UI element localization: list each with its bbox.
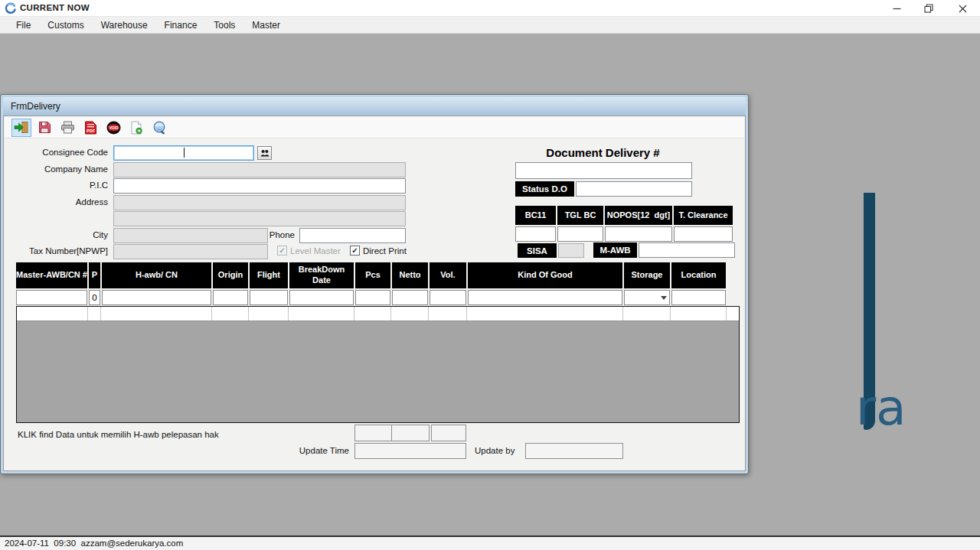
entry-p-input[interactable] [89, 290, 100, 305]
exit-icon [14, 121, 29, 134]
menu-tools[interactable]: Tools [205, 18, 243, 33]
entry-netto-input[interactable] [392, 290, 428, 305]
menu-master[interactable]: Master [243, 18, 289, 33]
tglbc-header: TGL BC [557, 206, 603, 225]
level-master-checkbox: Level Master [277, 246, 341, 255]
checkbox-checked-icon [277, 246, 287, 255]
entry-master-awb-input[interactable] [16, 290, 87, 305]
bc11-input[interactable] [515, 226, 556, 242]
background-logo-text: ra [856, 379, 906, 436]
consignee-code-label: Consignee Code [4, 148, 108, 157]
address-label: Address [4, 197, 108, 207]
col-breakdown-date: BreakDown Date [289, 262, 354, 288]
col-storage: Storage [624, 262, 670, 288]
entry-hawb-input[interactable] [102, 290, 211, 305]
svg-text:VOID: VOID [109, 126, 118, 130]
pic-label: P.I.C [4, 181, 108, 190]
checkbox-checked-icon [350, 246, 360, 255]
entry-vol-input[interactable] [430, 290, 466, 305]
nopos-input[interactable] [605, 226, 672, 242]
mdi-background: ra FrmDelivery PDF VOID [0, 34, 980, 535]
menu-customs[interactable]: Customs [39, 18, 92, 33]
restore-button[interactable] [916, 0, 942, 17]
sisa-label: SISA [518, 243, 557, 258]
svg-text:PDF: PDF [87, 129, 96, 133]
update-time-input [354, 443, 466, 459]
minimize-button[interactable] [884, 0, 910, 17]
direct-print-checkbox[interactable]: Direct Print [350, 246, 407, 255]
frmdelivery-window: FrmDelivery PDF VOID [0, 94, 749, 474]
status-do-label: Status D.O [515, 181, 574, 197]
pic-input[interactable] [113, 178, 406, 194]
entry-location-input[interactable] [671, 290, 726, 305]
save-button[interactable] [34, 119, 54, 137]
entry-flight-input[interactable] [250, 290, 288, 305]
pdf-icon: PDF [84, 121, 97, 135]
app-titlebar: CURRENT NOW [0, 0, 980, 17]
entry-kind-input[interactable] [468, 290, 622, 305]
level-master-label: Level Master [290, 246, 341, 255]
company-name-label: Company Name [4, 164, 108, 174]
tclearance-input[interactable] [674, 226, 733, 242]
find-consignee-button[interactable] [257, 146, 272, 160]
col-master-awb: Master-AWB/CN # [16, 262, 87, 288]
mawb-label: M-AWB [593, 242, 637, 258]
summary-cells [354, 425, 430, 441]
grid-header-row: Master-AWB/CN # P H-awb/ CN Origin Fligh… [16, 262, 726, 288]
col-hawb: H-awb/ CN [102, 262, 211, 288]
phone-input[interactable] [299, 228, 406, 243]
status-bar: 2024-07-11 09:30 azzam@sederukarya.com [0, 535, 980, 550]
save-icon [38, 121, 51, 134]
document-delivery-number-input[interactable] [515, 162, 692, 179]
entry-breakdown-input[interactable] [289, 290, 354, 305]
phone-label: Phone [256, 230, 295, 239]
sisa-input [558, 243, 584, 258]
app-title: CURRENT NOW [20, 3, 90, 12]
void-icon: VOID [106, 121, 121, 135]
exit-button[interactable] [11, 119, 31, 137]
search-icon [152, 121, 167, 135]
summary-cell [392, 425, 430, 441]
mawb-input[interactable] [639, 242, 735, 258]
update-by-label: Update by [475, 446, 514, 455]
print-button[interactable] [57, 119, 77, 137]
col-p: P [89, 262, 100, 288]
tglbc-input[interactable] [557, 226, 603, 242]
menu-warehouse[interactable]: Warehouse [93, 18, 156, 33]
frmdelivery-title: FrmDelivery [11, 101, 60, 112]
entry-origin-input[interactable] [213, 290, 248, 305]
void-button[interactable]: VOID [103, 119, 123, 137]
search-button[interactable] [149, 119, 169, 137]
frmdelivery-titlebar[interactable]: FrmDelivery [3, 97, 746, 116]
col-location: Location [671, 262, 726, 288]
city-label: City [4, 230, 108, 239]
entry-pcs-input[interactable] [355, 290, 390, 305]
tax-number-label: Tax Number[NPWP] [4, 246, 108, 255]
menu-finance[interactable]: Finance [156, 18, 206, 33]
update-time-label: Update Time [273, 446, 349, 455]
bc11-header: BC11 [515, 206, 556, 225]
pdf-button[interactable]: PDF [80, 119, 100, 137]
address-input-2 [113, 211, 406, 226]
col-origin: Origin [213, 262, 248, 288]
export-button[interactable] [126, 119, 146, 137]
tax-number-input [113, 244, 268, 259]
hawb-data-grid[interactable] [16, 306, 740, 423]
direct-print-label: Direct Print [363, 246, 407, 255]
consignee-code-input[interactable] [113, 145, 254, 161]
summary-cell [431, 425, 466, 441]
frmdelivery-client: PDF VOID Consignee Code Company Name [3, 116, 746, 471]
close-button[interactable] [949, 0, 975, 17]
menu-file[interactable]: File [8, 18, 39, 33]
app-logo-icon [5, 2, 17, 15]
entry-storage-select[interactable] [624, 290, 670, 305]
grid-empty-row[interactable] [17, 307, 739, 321]
menu-bar: File Customs Warehouse Finance Tools Mas… [0, 17, 980, 34]
document-delivery-title: Document Delivery # [513, 146, 693, 159]
contacts-icon [260, 149, 270, 158]
export-icon [130, 121, 143, 135]
bc11-value-row [515, 226, 733, 242]
col-vol: Vol. [430, 262, 466, 288]
status-do-input[interactable] [576, 181, 692, 197]
grid-entry-row [16, 290, 726, 305]
